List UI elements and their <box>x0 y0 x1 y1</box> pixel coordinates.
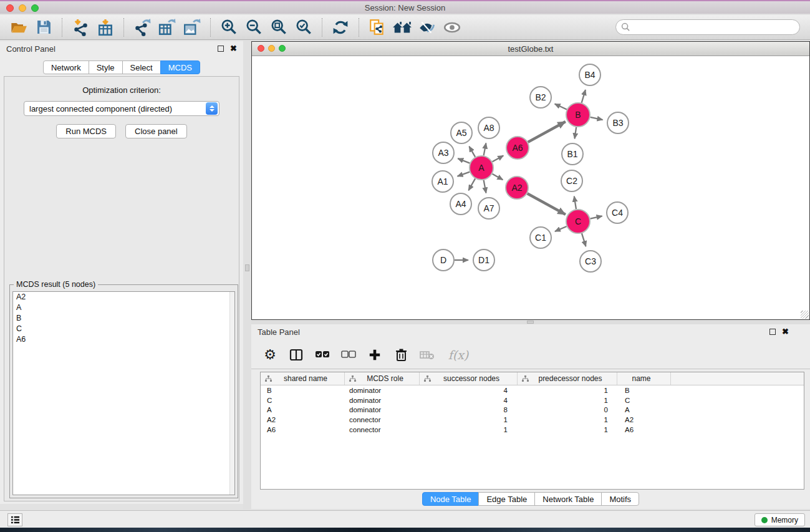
graph-edge-A-A5[interactable] <box>469 147 475 157</box>
export-network-button[interactable] <box>130 17 155 38</box>
table-row[interactable]: A6connector11A6 <box>261 425 804 435</box>
table-settings-button[interactable]: ⚙ <box>261 346 279 364</box>
graph-node-A1[interactable]: A1 <box>432 171 453 192</box>
graph-node-A6[interactable]: A6 <box>506 137 529 159</box>
graph-edge-C-C2[interactable] <box>574 196 576 210</box>
close-window-button[interactable] <box>6 4 14 12</box>
graph-node-A3[interactable]: A3 <box>433 142 454 163</box>
float-panel-icon[interactable] <box>218 46 224 52</box>
result-list-scrollbar[interactable] <box>229 292 234 495</box>
graph-node-C1[interactable]: C1 <box>530 227 551 248</box>
graph-node-B[interactable]: B <box>566 103 590 127</box>
table-row[interactable]: Adominator80A <box>261 405 804 415</box>
unselect-all-button[interactable] <box>340 346 357 364</box>
graph-edge-C-C3[interactable] <box>582 233 586 246</box>
tab-node-table[interactable]: Node Table <box>422 492 480 506</box>
graph-node-C[interactable]: C <box>566 210 590 233</box>
column-header-name[interactable]: name <box>617 372 671 385</box>
show-columns-button[interactable] <box>287 346 305 364</box>
show-details-button[interactable] <box>440 17 465 38</box>
graph-edge-A-A4[interactable] <box>468 178 475 190</box>
export-table-button[interactable] <box>155 17 180 38</box>
run-mcds-button[interactable]: Run MCDS <box>56 124 116 138</box>
close-panel-button[interactable]: Close panel <box>125 124 187 138</box>
mcds-result-item[interactable]: B <box>13 313 234 324</box>
mcds-result-item[interactable]: A2 <box>13 292 234 302</box>
graph-edge-A6-B[interactable] <box>528 122 566 142</box>
graph-node-A5[interactable]: A5 <box>451 122 472 143</box>
import-table-button[interactable] <box>93 17 118 38</box>
table-row[interactable]: Cdominator41C <box>261 395 804 405</box>
graph-node-B3[interactable]: B3 <box>607 112 629 133</box>
graph-node-A7[interactable]: A7 <box>478 198 499 219</box>
graph-edge-B-B1[interactable] <box>575 127 577 138</box>
network-window-titlebar[interactable]: testGlobe.txt <box>252 42 809 56</box>
mcds-result-item[interactable]: C <box>13 324 234 334</box>
vertical-splitter[interactable] <box>243 40 251 509</box>
table-row[interactable]: A2connector11A2 <box>261 415 804 425</box>
network-close-button[interactable] <box>258 45 264 52</box>
hide-graphics-details-button[interactable] <box>415 17 440 38</box>
select-all-button[interactable] <box>314 346 331 364</box>
zoom-selected-button[interactable] <box>291 17 316 38</box>
tab-network-table[interactable]: Network Table <box>534 492 602 506</box>
graph-node-B1[interactable]: B1 <box>562 143 583 165</box>
graph-edge-C-C4[interactable] <box>591 216 602 218</box>
graph-edge-B-B3[interactable] <box>591 117 603 120</box>
delete-columns-button[interactable] <box>392 346 410 364</box>
refresh-view-button[interactable] <box>328 17 353 38</box>
graph-node-A8[interactable]: A8 <box>478 117 499 138</box>
criterion-dropdown[interactable]: largest connected component (directed) <box>24 101 219 116</box>
graph-edge-A-A1[interactable] <box>458 172 470 177</box>
network-graph[interactable]: AA1A2A3A4A5A6A7A8BB1B2B3B4CC1C2C3C4DD1 <box>252 56 809 319</box>
graph-node-C3[interactable]: C3 <box>580 251 601 272</box>
graph-edge-B-B2[interactable] <box>555 104 567 110</box>
task-history-button[interactable] <box>7 513 22 526</box>
graph-node-D1[interactable]: D1 <box>473 249 494 271</box>
graph-edge-C-C1[interactable] <box>555 226 567 231</box>
graph-edge-A-A3[interactable] <box>458 158 470 163</box>
horizontal-splitter[interactable] <box>251 320 810 324</box>
graph-node-C4[interactable]: C4 <box>607 202 628 223</box>
import-network-button[interactable] <box>68 17 93 38</box>
tab-motifs[interactable]: Motifs <box>601 492 639 506</box>
tab-edge-table[interactable]: Edge Table <box>478 492 535 506</box>
save-session-button[interactable] <box>31 17 56 38</box>
tab-style[interactable]: Style <box>89 60 123 74</box>
graph-node-A[interactable]: A <box>470 156 493 180</box>
zoom-fit-button[interactable] <box>266 17 291 38</box>
graph-node-A4[interactable]: A4 <box>450 193 471 215</box>
graph-node-A2[interactable]: A2 <box>506 177 528 199</box>
graph-edge-A-A7[interactable] <box>484 180 486 193</box>
network-minimize-button[interactable] <box>268 45 275 52</box>
graph-node-B2[interactable]: B2 <box>530 87 551 108</box>
column-header-shared-name[interactable]: shared name <box>261 372 345 385</box>
zoom-in-button[interactable] <box>216 17 241 38</box>
cybrowser-button[interactable] <box>390 17 415 38</box>
graph-edge-A-A8[interactable] <box>484 143 486 156</box>
graph-node-B4[interactable]: B4 <box>579 64 600 85</box>
graph-edge-A-A2[interactable] <box>492 174 503 180</box>
graph-node-C2[interactable]: C2 <box>561 170 582 191</box>
graph-edge-A2-C[interactable] <box>528 193 566 215</box>
splitter-handle[interactable] <box>245 264 249 271</box>
column-header-predecessor-nodes[interactable]: predecessor nodes <box>518 372 617 385</box>
zoom-window-button[interactable] <box>31 4 39 12</box>
float-panel-icon[interactable] <box>769 329 776 335</box>
mcds-result-item[interactable]: A <box>13 302 234 313</box>
column-header-successor-nodes[interactable]: successor nodes <box>420 372 518 385</box>
network-zoom-button[interactable] <box>279 45 286 52</box>
minimize-window-button[interactable] <box>19 4 26 12</box>
graph-edge-A-A6[interactable] <box>493 156 504 162</box>
graph-node-D[interactable]: D <box>433 249 454 271</box>
create-column-button[interactable] <box>366 346 383 364</box>
window-resize-grip[interactable] <box>801 311 809 319</box>
export-image-button[interactable] <box>180 17 205 38</box>
splitter-handle[interactable] <box>527 321 534 324</box>
search-input[interactable] <box>615 19 800 35</box>
delete-table-button[interactable] <box>418 346 436 364</box>
close-panel-icon[interactable]: ✖ <box>230 46 237 52</box>
network-canvas[interactable]: AA1A2A3A4A5A6A7A8BB1B2B3B4CC1C2C3C4DD1 <box>252 56 809 319</box>
zoom-out-button[interactable] <box>241 17 266 38</box>
graph-edge-B-B4[interactable] <box>582 90 586 103</box>
